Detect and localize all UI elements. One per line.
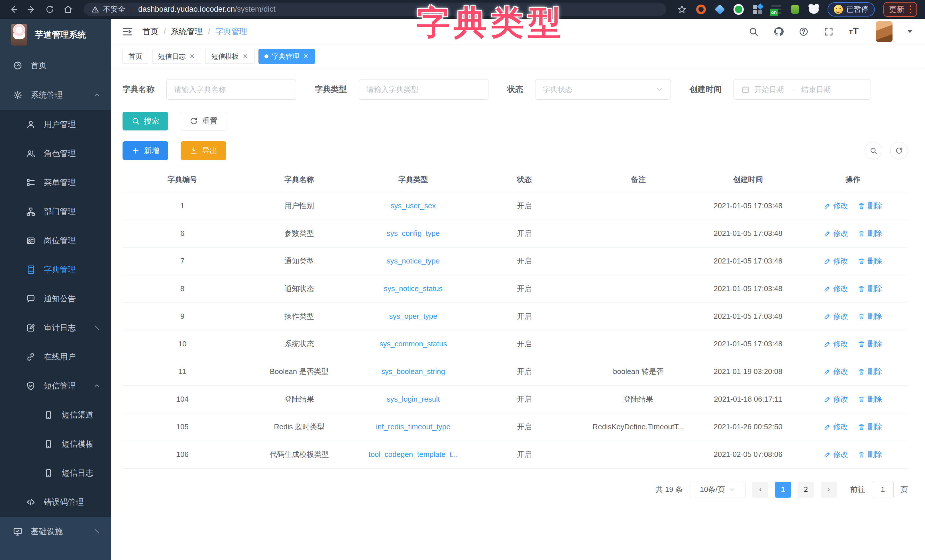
sidebar-item-4[interactable]: 菜单管理 <box>0 168 111 197</box>
refresh-table-button[interactable] <box>890 142 908 160</box>
sidebar-item-1[interactable]: 系统管理 <box>0 80 111 110</box>
sidebar-item-15[interactable]: 错误码管理 <box>0 488 111 517</box>
edit-link[interactable]: 修改 <box>824 450 848 459</box>
cell-type-link[interactable]: inf_redis_timeout_type <box>356 413 470 441</box>
edit-link[interactable]: 修改 <box>824 422 848 432</box>
extension-sprout-icon[interactable] <box>790 4 800 15</box>
sidebar-item-0[interactable]: 首页 <box>0 51 111 80</box>
status-select[interactable]: 字典状态 <box>535 79 671 100</box>
delete-link[interactable]: 删除 <box>858 367 882 376</box>
tag-tab-3[interactable]: 字典管理✕ <box>258 49 315 64</box>
export-button[interactable]: 导出 <box>181 141 226 160</box>
back-icon[interactable] <box>8 4 19 15</box>
cell-type-link[interactable]: sys_user_sex <box>356 192 470 220</box>
close-tab-icon[interactable]: ✕ <box>242 53 248 60</box>
edit-link[interactable]: 修改 <box>824 339 848 349</box>
paused-extension-pill[interactable]: 已暂停 <box>827 2 875 17</box>
cell-type-link[interactable]: sys_notice_type <box>356 247 470 275</box>
dict-name-input[interactable] <box>166 79 296 100</box>
edit-link[interactable]: 修改 <box>824 394 848 404</box>
sidebar-item-12[interactable]: 短信渠道 <box>0 400 111 429</box>
dict-type-input[interactable] <box>359 79 488 100</box>
reload-icon[interactable] <box>44 4 55 15</box>
page-size-select[interactable]: 10条/页 <box>690 481 746 498</box>
sidebar-item-16[interactable]: 基础设施 <box>0 517 111 546</box>
goto-page-input[interactable] <box>872 481 894 498</box>
sidebar-item-9[interactable]: 审计日志 <box>0 313 111 342</box>
search-button[interactable]: 搜索 <box>122 111 168 131</box>
browser-menu-icon[interactable] <box>910 5 911 14</box>
delete-link[interactable]: 删除 <box>858 256 882 266</box>
bookmark-star-icon[interactable] <box>676 4 687 15</box>
cell-type-link[interactable]: sys_notice_status <box>356 275 470 303</box>
cell-type-link[interactable]: sys_boolean_string <box>356 358 470 385</box>
table-row[interactable]: 9 操作类型 sys_oper_type 开启 2021-01-05 17:03… <box>122 303 908 330</box>
table-row[interactable]: 11 Boolean 是否类型 sys_boolean_string 开启 bo… <box>122 358 908 385</box>
edit-link[interactable]: 修改 <box>824 367 848 376</box>
fullscreen-icon[interactable] <box>823 26 835 38</box>
delete-link[interactable]: 删除 <box>858 339 882 349</box>
extension-gem-icon[interactable] <box>715 4 725 15</box>
delete-link[interactable]: 删除 <box>858 201 882 211</box>
next-page-button[interactable]: › <box>821 482 837 498</box>
table-row[interactable]: 104 登陆结果 sys_login_result 开启 登陆结果 2021-0… <box>122 385 908 413</box>
github-icon[interactable] <box>772 26 785 38</box>
date-range-picker[interactable]: 开始日期 - 结束日期 <box>734 79 871 100</box>
breadcrumb-system[interactable]: 系统管理 <box>171 26 203 37</box>
table-row[interactable]: 1 用户性别 sys_user_sex 开启 2021-01-05 17:03:… <box>122 192 908 220</box>
close-tab-icon[interactable]: ✕ <box>189 53 195 60</box>
edit-link[interactable]: 修改 <box>824 284 848 294</box>
delete-link[interactable]: 删除 <box>858 229 882 238</box>
edit-link[interactable]: 修改 <box>824 256 848 266</box>
sidebar-item-5[interactable]: 部门管理 <box>0 197 111 226</box>
delete-link[interactable]: 删除 <box>858 311 882 321</box>
help-icon[interactable] <box>797 26 810 38</box>
delete-link[interactable]: 删除 <box>858 394 882 404</box>
page-button-1[interactable]: 1 <box>775 482 791 498</box>
tag-tab-1[interactable]: 短信日志✕ <box>152 49 201 64</box>
table-row[interactable]: 105 Redis 超时类型 inf_redis_timeout_type 开启… <box>122 413 908 441</box>
edit-link[interactable]: 修改 <box>824 311 848 321</box>
page-button-2[interactable]: 2 <box>798 482 814 498</box>
delete-link[interactable]: 删除 <box>858 422 882 432</box>
edit-link[interactable]: 修改 <box>824 201 848 211</box>
edit-link[interactable]: 修改 <box>824 229 848 238</box>
header-search-icon[interactable] <box>747 26 760 38</box>
extension-paw-icon[interactable] <box>809 4 819 15</box>
table-row[interactable]: 8 通知状态 sys_notice_status 开启 2021-01-05 1… <box>122 275 908 303</box>
cell-type-link[interactable]: sys_login_result <box>356 385 470 413</box>
sidebar-item-11[interactable]: 短信管理 <box>0 372 111 400</box>
table-row[interactable]: 106 代码生成模板类型 tool_codegen_template_t... … <box>122 441 908 468</box>
sidebar-item-6[interactable]: 岗位管理 <box>0 226 111 255</box>
home-icon[interactable] <box>63 4 74 15</box>
collapse-sidebar-icon[interactable] <box>121 26 134 38</box>
extension-green-circle-icon[interactable] <box>734 4 744 15</box>
extension-grid-icon[interactable] <box>752 4 762 15</box>
cell-type-link[interactable]: tool_codegen_template_t... <box>356 441 470 468</box>
breadcrumb-home[interactable]: 首页 <box>143 26 158 37</box>
sidebar-item-3[interactable]: 角色管理 <box>0 139 111 168</box>
close-tab-icon[interactable]: ✕ <box>303 53 309 60</box>
delete-link[interactable]: 删除 <box>858 450 882 459</box>
table-row[interactable]: 10 系统状态 sys_common_status 开启 2021-01-05 … <box>122 330 908 358</box>
prev-page-button[interactable]: ‹ <box>752 482 768 498</box>
sidebar-item-13[interactable]: 短信模板 <box>0 429 111 459</box>
add-button[interactable]: 新增 <box>122 141 168 160</box>
cell-type-link[interactable]: sys_config_type <box>356 220 470 247</box>
update-button[interactable]: 更新 <box>883 2 917 17</box>
reset-button[interactable]: 重置 <box>181 111 226 131</box>
sidebar-item-8[interactable]: 通知公告 <box>0 284 111 313</box>
sidebar-item-2[interactable]: 用户管理 <box>0 110 111 139</box>
user-menu-caret-icon[interactable] <box>907 30 913 33</box>
cell-type-link[interactable]: sys_common_status <box>356 330 470 358</box>
address-bar[interactable]: 不安全 dashboard.yudao.iocoder.cn/system/di… <box>84 3 666 16</box>
show-search-toggle-button[interactable] <box>865 142 882 160</box>
cell-type-link[interactable]: sys_oper_type <box>356 303 470 330</box>
sidebar-item-14[interactable]: 短信日志 <box>0 459 111 488</box>
tag-tab-0[interactable]: 首页 <box>122 49 148 64</box>
table-row[interactable]: 7 通知类型 sys_notice_type 开启 2021-01-05 17:… <box>122 247 908 275</box>
sidebar-item-10[interactable]: 在线用户 <box>0 342 111 372</box>
forward-icon[interactable] <box>26 4 37 15</box>
user-avatar[interactable] <box>876 21 892 42</box>
sidebar-item-7[interactable]: 字典管理 <box>0 255 111 284</box>
